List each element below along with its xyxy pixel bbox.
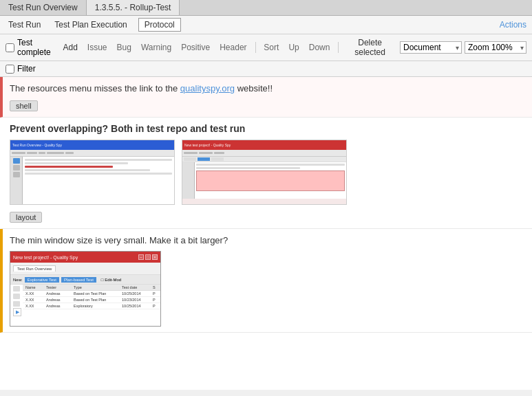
add-button[interactable]: Add <box>61 42 81 53</box>
filter-checkbox-label[interactable]: Filter <box>6 64 36 74</box>
col-s: S <box>153 285 163 289</box>
mini-dot-6 <box>184 152 198 154</box>
s3-planbased-tab[interactable]: Plan-based Test <box>61 277 96 283</box>
mini-line-1 <box>25 159 172 161</box>
mini-body-1 <box>23 157 174 204</box>
s3-close[interactable]: × <box>152 254 158 260</box>
mini-content-block <box>196 170 345 191</box>
entry-2-tag: layout <box>10 212 42 223</box>
filter-label: Filter <box>17 64 36 74</box>
s3-tab-overview[interactable]: Test Run Overview <box>13 265 56 272</box>
warning-button[interactable]: Warning <box>138 42 174 53</box>
mini-title-1: Test Run Overview - Quality Spy <box>12 143 62 147</box>
s3-titlebar: New test project! - Quality Spy − □ × <box>10 252 160 263</box>
mini-titlebar-2: New test project! - Quality Spy <box>182 140 346 150</box>
row2-type: Based on Test Plan <box>74 298 122 302</box>
table-row-2[interactable]: X.XX Andreas Based on Test Plan 10/23/20… <box>23 297 160 303</box>
menu-bar: Test Run Test Plan Execution Protocol Ac… <box>0 16 532 34</box>
mini-sidebar-1 <box>10 157 23 204</box>
s3-table-header: Name Tester Type Test date S <box>23 285 160 291</box>
mini-dot-7 <box>199 152 213 154</box>
qualityspy-link[interactable]: qualityspy.org <box>180 83 235 94</box>
main-content[interactable]: The resources menu misses the link to th… <box>0 77 532 390</box>
header-button[interactable]: Header <box>217 42 249 53</box>
mini-line-5 <box>196 164 345 166</box>
table-row-3[interactable]: X.XX Andreas Exploratory 10/25/2014 P <box>23 303 160 309</box>
toolbar: Test complete Add Issue Bug Warning Posi… <box>0 34 532 61</box>
toolbar-right: Document Zoom 100% <box>400 41 526 54</box>
test-complete-checkbox-label[interactable]: Test complete <box>6 38 56 57</box>
screenshot-2[interactable]: New test project! - Quality Spy <box>182 140 347 205</box>
menu-actions[interactable]: Actions <box>500 20 526 30</box>
mini-title-2: New test project! - Quality Spy <box>184 143 231 147</box>
s3-maximize[interactable]: □ <box>145 254 151 260</box>
zoom-select-wrapper[interactable]: Zoom 100% <box>465 41 526 54</box>
s3-play-button[interactable]: ▶ <box>13 308 21 316</box>
menu-protocol[interactable]: Protocol <box>138 18 181 32</box>
entry-2-thumbnails: Test Run Overview - Quality Spy <box>10 140 525 205</box>
toolbar-separator <box>255 42 256 53</box>
s3-sidebar-icon-2 <box>13 294 20 299</box>
s3-new-label: New: <box>13 278 23 282</box>
mini-line-highlight <box>25 166 113 168</box>
row2-name: X.XX <box>25 298 46 302</box>
up-button[interactable]: Up <box>286 42 301 53</box>
col-testdate: Test date <box>122 285 153 289</box>
entry-1-tag: shell <box>10 100 38 111</box>
document-select-wrapper[interactable]: Document <box>400 41 462 54</box>
mini-line-3 <box>25 169 150 171</box>
mini-screen-2: New test project! - Quality Spy <box>182 140 346 204</box>
protocol-entry-3: The min window size is very small. Make … <box>0 229 532 333</box>
mini-dot-1 <box>12 152 25 154</box>
menu-test-plan-execution[interactable]: Test Plan Execution <box>52 19 129 31</box>
sort-button[interactable]: Sort <box>261 42 281 53</box>
s3-minimize[interactable]: − <box>138 254 144 260</box>
row3-s: P <box>153 304 163 308</box>
screenshot-1[interactable]: Test Run Overview - Quality Spy <box>10 140 175 205</box>
row1-s: P <box>153 292 163 296</box>
row1-tester: Andreas <box>46 292 74 296</box>
zoom-select[interactable]: Zoom 100% <box>465 41 526 54</box>
title-bar: Test Run Overview 1.3.5.5. - Rollup-Test <box>0 0 532 16</box>
mini-dot-4 <box>47 152 64 154</box>
toolbar-separator-2 <box>338 42 339 53</box>
bug-button[interactable]: Bug <box>114 42 134 53</box>
s3-sidebar-icon-3 <box>13 301 20 307</box>
test-complete-checkbox[interactable] <box>6 43 14 52</box>
mini-body-2 <box>195 162 346 199</box>
delete-button[interactable]: Delete selected <box>344 37 396 58</box>
mini-body-container-1 <box>10 157 174 204</box>
s3-explorative-tab[interactable]: Explorative Test <box>25 277 59 283</box>
col-name: Name <box>25 285 46 289</box>
table-row-1[interactable]: X.XX Andreas Based on Test Plan 10/25/20… <box>23 291 160 297</box>
s3-sidebar-icon-1 <box>13 286 20 292</box>
test-complete-label: Test complete <box>17 38 56 57</box>
mini-toolbar-2 <box>182 150 346 157</box>
document-select[interactable]: Document <box>400 41 462 54</box>
mini-titlebar-1: Test Run Overview - Quality Spy <box>10 140 174 150</box>
filter-checkbox[interactable] <box>6 65 14 74</box>
issue-button[interactable]: Issue <box>85 42 110 53</box>
title-tab-rollup[interactable]: 1.3.5.5. - Rollup-Test <box>87 0 180 15</box>
s3-sidebar-icons <box>13 286 20 307</box>
entry-2-header: Prevent overlapping? Both in test repo a… <box>10 123 525 134</box>
row1-type: Based on Test Plan <box>74 292 122 296</box>
row2-s: P <box>153 298 163 302</box>
down-button[interactable]: Down <box>306 42 333 53</box>
positive-button[interactable]: Positive <box>178 42 213 53</box>
mini-sidebar-2 <box>182 162 195 199</box>
col-tester: Tester <box>46 285 74 289</box>
s3-editmod-tab[interactable]: □ Edit-Mod <box>98 277 124 283</box>
row3-tester: Andreas <box>46 304 74 308</box>
title-tab-overview[interactable]: Test Run Overview <box>0 0 87 15</box>
mini-subtoolbar-2 <box>182 157 346 162</box>
mini-body-container-2 <box>182 162 346 199</box>
s3-table: Name Tester Type Test date S X.XX Andrea… <box>23 285 160 309</box>
menu-test-run[interactable]: Test Run <box>6 19 43 31</box>
row3-name: X.XX <box>25 304 46 308</box>
row1-date: 10/25/2014 <box>122 292 153 296</box>
mini-line-6 <box>196 167 300 169</box>
screenshot-3[interactable]: New test project! - Quality Spy − □ × Te… <box>10 251 161 327</box>
mini-dot-8 <box>214 152 224 154</box>
mini-dot-5 <box>65 152 74 154</box>
